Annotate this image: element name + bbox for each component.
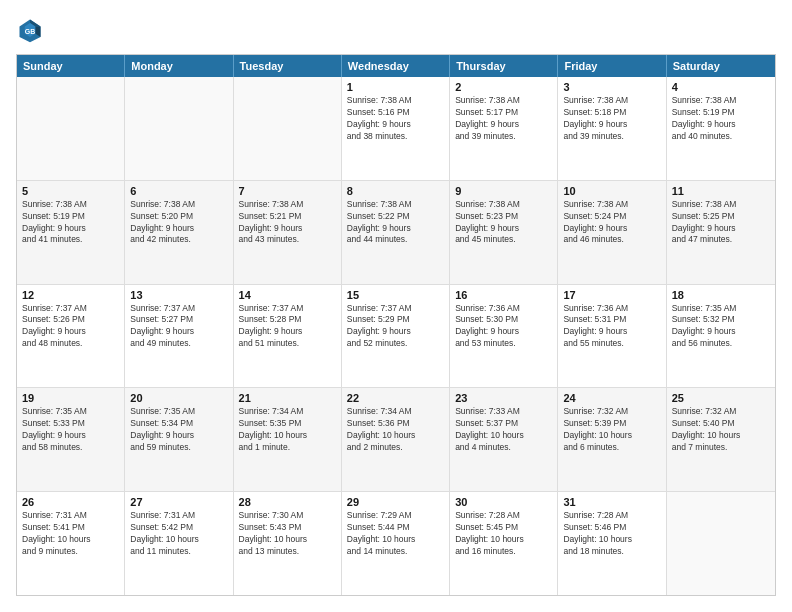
day-number: 5 — [22, 185, 119, 197]
day-info: Sunrise: 7:38 AM Sunset: 5:18 PM Dayligh… — [563, 95, 660, 143]
calendar-cell: 12Sunrise: 7:37 AM Sunset: 5:26 PM Dayli… — [17, 285, 125, 388]
day-info: Sunrise: 7:28 AM Sunset: 5:45 PM Dayligh… — [455, 510, 552, 558]
calendar-cell: 14Sunrise: 7:37 AM Sunset: 5:28 PM Dayli… — [234, 285, 342, 388]
calendar-cell — [125, 77, 233, 180]
calendar-cell: 28Sunrise: 7:30 AM Sunset: 5:43 PM Dayli… — [234, 492, 342, 595]
calendar-cell: 15Sunrise: 7:37 AM Sunset: 5:29 PM Dayli… — [342, 285, 450, 388]
day-info: Sunrise: 7:36 AM Sunset: 5:30 PM Dayligh… — [455, 303, 552, 351]
day-number: 1 — [347, 81, 444, 93]
day-info: Sunrise: 7:37 AM Sunset: 5:28 PM Dayligh… — [239, 303, 336, 351]
calendar-cell: 1Sunrise: 7:38 AM Sunset: 5:16 PM Daylig… — [342, 77, 450, 180]
header-cell-saturday: Saturday — [667, 55, 775, 77]
day-number: 31 — [563, 496, 660, 508]
calendar-cell — [234, 77, 342, 180]
day-number: 29 — [347, 496, 444, 508]
day-number: 23 — [455, 392, 552, 404]
calendar-cell: 6Sunrise: 7:38 AM Sunset: 5:20 PM Daylig… — [125, 181, 233, 284]
day-info: Sunrise: 7:37 AM Sunset: 5:27 PM Dayligh… — [130, 303, 227, 351]
day-info: Sunrise: 7:37 AM Sunset: 5:29 PM Dayligh… — [347, 303, 444, 351]
header-cell-friday: Friday — [558, 55, 666, 77]
day-number: 6 — [130, 185, 227, 197]
day-number: 15 — [347, 289, 444, 301]
day-info: Sunrise: 7:37 AM Sunset: 5:26 PM Dayligh… — [22, 303, 119, 351]
day-info: Sunrise: 7:32 AM Sunset: 5:40 PM Dayligh… — [672, 406, 770, 454]
calendar-cell: 9Sunrise: 7:38 AM Sunset: 5:23 PM Daylig… — [450, 181, 558, 284]
calendar-cell: 23Sunrise: 7:33 AM Sunset: 5:37 PM Dayli… — [450, 388, 558, 491]
day-info: Sunrise: 7:28 AM Sunset: 5:46 PM Dayligh… — [563, 510, 660, 558]
calendar-cell: 4Sunrise: 7:38 AM Sunset: 5:19 PM Daylig… — [667, 77, 775, 180]
day-info: Sunrise: 7:35 AM Sunset: 5:32 PM Dayligh… — [672, 303, 770, 351]
day-number: 2 — [455, 81, 552, 93]
day-number: 18 — [672, 289, 770, 301]
calendar-cell: 30Sunrise: 7:28 AM Sunset: 5:45 PM Dayli… — [450, 492, 558, 595]
calendar-cell: 27Sunrise: 7:31 AM Sunset: 5:42 PM Dayli… — [125, 492, 233, 595]
day-number: 28 — [239, 496, 336, 508]
calendar-cell: 7Sunrise: 7:38 AM Sunset: 5:21 PM Daylig… — [234, 181, 342, 284]
day-info: Sunrise: 7:30 AM Sunset: 5:43 PM Dayligh… — [239, 510, 336, 558]
day-number: 4 — [672, 81, 770, 93]
calendar-row: 19Sunrise: 7:35 AM Sunset: 5:33 PM Dayli… — [17, 387, 775, 491]
calendar-body: 1Sunrise: 7:38 AM Sunset: 5:16 PM Daylig… — [17, 77, 775, 595]
calendar-cell: 13Sunrise: 7:37 AM Sunset: 5:27 PM Dayli… — [125, 285, 233, 388]
day-number: 11 — [672, 185, 770, 197]
page-header: GB — [16, 16, 776, 44]
calendar-row: 26Sunrise: 7:31 AM Sunset: 5:41 PM Dayli… — [17, 491, 775, 595]
day-info: Sunrise: 7:31 AM Sunset: 5:41 PM Dayligh… — [22, 510, 119, 558]
calendar-cell: 26Sunrise: 7:31 AM Sunset: 5:41 PM Dayli… — [17, 492, 125, 595]
calendar-cell: 2Sunrise: 7:38 AM Sunset: 5:17 PM Daylig… — [450, 77, 558, 180]
day-number: 27 — [130, 496, 227, 508]
logo-icon: GB — [16, 16, 44, 44]
day-info: Sunrise: 7:38 AM Sunset: 5:23 PM Dayligh… — [455, 199, 552, 247]
header-cell-wednesday: Wednesday — [342, 55, 450, 77]
calendar: SundayMondayTuesdayWednesdayThursdayFrid… — [16, 54, 776, 596]
calendar-cell: 3Sunrise: 7:38 AM Sunset: 5:18 PM Daylig… — [558, 77, 666, 180]
day-info: Sunrise: 7:34 AM Sunset: 5:36 PM Dayligh… — [347, 406, 444, 454]
day-number: 26 — [22, 496, 119, 508]
day-number: 8 — [347, 185, 444, 197]
calendar-row: 1Sunrise: 7:38 AM Sunset: 5:16 PM Daylig… — [17, 77, 775, 180]
calendar-cell: 5Sunrise: 7:38 AM Sunset: 5:19 PM Daylig… — [17, 181, 125, 284]
calendar-cell: 22Sunrise: 7:34 AM Sunset: 5:36 PM Dayli… — [342, 388, 450, 491]
day-info: Sunrise: 7:38 AM Sunset: 5:19 PM Dayligh… — [22, 199, 119, 247]
calendar-cell: 25Sunrise: 7:32 AM Sunset: 5:40 PM Dayli… — [667, 388, 775, 491]
calendar-cell: 24Sunrise: 7:32 AM Sunset: 5:39 PM Dayli… — [558, 388, 666, 491]
calendar-cell: 16Sunrise: 7:36 AM Sunset: 5:30 PM Dayli… — [450, 285, 558, 388]
calendar-page: GB SundayMondayTuesdayWednesdayThursdayF… — [0, 0, 792, 612]
day-info: Sunrise: 7:38 AM Sunset: 5:25 PM Dayligh… — [672, 199, 770, 247]
day-info: Sunrise: 7:38 AM Sunset: 5:20 PM Dayligh… — [130, 199, 227, 247]
day-number: 12 — [22, 289, 119, 301]
calendar-cell: 31Sunrise: 7:28 AM Sunset: 5:46 PM Dayli… — [558, 492, 666, 595]
day-number: 19 — [22, 392, 119, 404]
calendar-cell: 8Sunrise: 7:38 AM Sunset: 5:22 PM Daylig… — [342, 181, 450, 284]
calendar-cell — [667, 492, 775, 595]
day-number: 16 — [455, 289, 552, 301]
day-info: Sunrise: 7:38 AM Sunset: 5:24 PM Dayligh… — [563, 199, 660, 247]
day-number: 24 — [563, 392, 660, 404]
calendar-row: 12Sunrise: 7:37 AM Sunset: 5:26 PM Dayli… — [17, 284, 775, 388]
day-number: 20 — [130, 392, 227, 404]
calendar-cell: 29Sunrise: 7:29 AM Sunset: 5:44 PM Dayli… — [342, 492, 450, 595]
logo: GB — [16, 16, 48, 44]
calendar-cell: 10Sunrise: 7:38 AM Sunset: 5:24 PM Dayli… — [558, 181, 666, 284]
calendar-cell: 18Sunrise: 7:35 AM Sunset: 5:32 PM Dayli… — [667, 285, 775, 388]
day-info: Sunrise: 7:36 AM Sunset: 5:31 PM Dayligh… — [563, 303, 660, 351]
header-cell-monday: Monday — [125, 55, 233, 77]
day-info: Sunrise: 7:35 AM Sunset: 5:34 PM Dayligh… — [130, 406, 227, 454]
day-number: 7 — [239, 185, 336, 197]
day-info: Sunrise: 7:38 AM Sunset: 5:16 PM Dayligh… — [347, 95, 444, 143]
calendar-cell: 21Sunrise: 7:34 AM Sunset: 5:35 PM Dayli… — [234, 388, 342, 491]
day-info: Sunrise: 7:29 AM Sunset: 5:44 PM Dayligh… — [347, 510, 444, 558]
day-info: Sunrise: 7:31 AM Sunset: 5:42 PM Dayligh… — [130, 510, 227, 558]
day-number: 17 — [563, 289, 660, 301]
day-info: Sunrise: 7:33 AM Sunset: 5:37 PM Dayligh… — [455, 406, 552, 454]
calendar-cell: 20Sunrise: 7:35 AM Sunset: 5:34 PM Dayli… — [125, 388, 233, 491]
header-cell-thursday: Thursday — [450, 55, 558, 77]
day-number: 25 — [672, 392, 770, 404]
svg-text:GB: GB — [25, 28, 36, 35]
header-cell-tuesday: Tuesday — [234, 55, 342, 77]
calendar-cell: 11Sunrise: 7:38 AM Sunset: 5:25 PM Dayli… — [667, 181, 775, 284]
day-number: 9 — [455, 185, 552, 197]
day-info: Sunrise: 7:38 AM Sunset: 5:17 PM Dayligh… — [455, 95, 552, 143]
day-info: Sunrise: 7:38 AM Sunset: 5:19 PM Dayligh… — [672, 95, 770, 143]
calendar-cell: 19Sunrise: 7:35 AM Sunset: 5:33 PM Dayli… — [17, 388, 125, 491]
